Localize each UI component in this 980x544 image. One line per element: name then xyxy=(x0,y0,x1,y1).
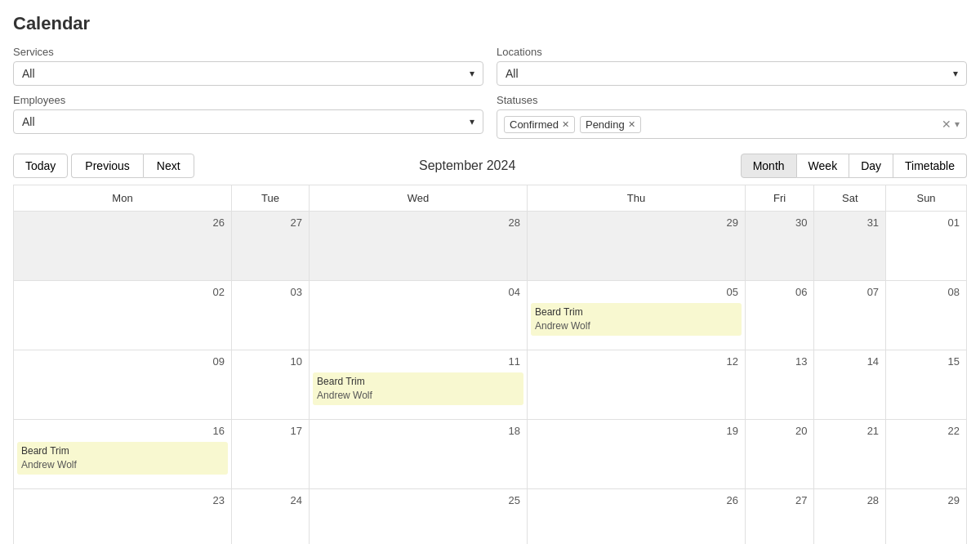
view-day-button[interactable]: Day xyxy=(849,154,893,178)
services-select[interactable]: All ▾ xyxy=(13,61,483,86)
calendar-cell[interactable]: 23 xyxy=(14,489,232,545)
calendar-day-header: Sun xyxy=(886,185,967,212)
tag-pending-remove[interactable]: ✕ xyxy=(628,119,635,130)
calendar-cell[interactable]: 30 xyxy=(745,212,813,281)
calendar-cell[interactable]: 21 xyxy=(814,420,886,489)
day-number: 09 xyxy=(17,354,228,371)
event-subtitle: Andrew Wolf xyxy=(535,319,737,333)
calendar-cell[interactable]: 03 xyxy=(231,281,309,350)
calendar-cell[interactable]: 24 xyxy=(231,489,309,545)
view-month-button[interactable]: Month xyxy=(741,154,797,178)
locations-label: Locations xyxy=(497,46,967,58)
calendar-title: September 2024 xyxy=(194,158,741,173)
calendar-cell[interactable]: 12 xyxy=(527,350,745,420)
calendar-cell[interactable]: 01 xyxy=(886,212,967,281)
calendar-cell[interactable]: 08 xyxy=(886,281,967,350)
calendar-day-header: Sat xyxy=(814,185,886,212)
calendar-cell[interactable]: 20 xyxy=(745,420,813,489)
day-number: 31 xyxy=(817,215,882,232)
calendar-day-header: Thu xyxy=(527,185,745,212)
calendar-cell[interactable]: 13 xyxy=(745,350,813,420)
day-number: 23 xyxy=(17,493,228,510)
day-number: 15 xyxy=(889,354,963,371)
calendar-cell[interactable]: 25 xyxy=(310,489,528,545)
calendar-cell[interactable]: 29 xyxy=(886,489,967,545)
calendar-cell[interactable]: 27 xyxy=(231,212,309,281)
locations-select[interactable]: All ▾ xyxy=(497,61,967,86)
calendar-cell[interactable]: 09 xyxy=(14,350,232,420)
page: Calendar Services All ▾ Locations All ▾ … xyxy=(0,0,980,544)
day-number: 11 xyxy=(313,354,523,371)
day-number: 03 xyxy=(235,284,305,301)
nav-buttons: Previous Next xyxy=(71,154,194,178)
calendar-cell[interactable]: 22 xyxy=(886,420,967,489)
day-number: 27 xyxy=(235,215,305,232)
tag-confirmed-remove[interactable]: ✕ xyxy=(562,119,569,130)
statuses-tags: Confirmed ✕ Pending ✕ xyxy=(504,116,937,133)
day-number: 05 xyxy=(531,284,742,301)
calendar-cell[interactable]: 18 xyxy=(310,420,528,489)
day-number: 25 xyxy=(313,493,523,510)
calendar-cell[interactable]: 31 xyxy=(814,212,886,281)
calendar-cell[interactable]: 05Beard TrimAndrew Wolf xyxy=(527,281,745,350)
day-number: 29 xyxy=(531,215,742,232)
day-number: 01 xyxy=(889,215,963,232)
calendar-cell[interactable]: 10 xyxy=(231,350,309,420)
calendar-cell[interactable]: 16Beard TrimAndrew Wolf xyxy=(14,420,232,489)
tag-pending-label: Pending xyxy=(586,118,625,131)
calendar-event[interactable]: Beard TrimAndrew Wolf xyxy=(531,303,742,336)
event-subtitle: Andrew Wolf xyxy=(21,458,224,472)
today-button[interactable]: Today xyxy=(13,154,68,178)
employees-value: All xyxy=(22,115,35,128)
calendar-cell[interactable]: 26 xyxy=(14,212,232,281)
calendar-cell[interactable]: 02 xyxy=(14,281,232,350)
day-number: 08 xyxy=(889,284,963,301)
day-number: 18 xyxy=(313,423,523,440)
page-title: Calendar xyxy=(13,13,967,34)
statuses-clear-button[interactable]: ✕ xyxy=(942,118,951,131)
calendar-cell[interactable]: 29 xyxy=(527,212,745,281)
calendar-cell[interactable]: 26 xyxy=(527,489,745,545)
day-number: 28 xyxy=(817,493,882,510)
calendar-cell[interactable]: 11Beard TrimAndrew Wolf xyxy=(310,350,528,420)
day-number: 20 xyxy=(749,423,810,440)
statuses-select[interactable]: Confirmed ✕ Pending ✕ ✕ ▾ xyxy=(497,109,967,139)
services-value: All xyxy=(22,67,35,80)
calendar-cell[interactable]: 04 xyxy=(310,281,528,350)
tag-pending: Pending ✕ xyxy=(580,116,641,133)
services-group: Services All ▾ xyxy=(13,46,483,86)
calendar-cell[interactable]: 19 xyxy=(527,420,745,489)
view-week-button[interactable]: Week xyxy=(797,154,850,178)
locations-chevron-icon: ▾ xyxy=(953,68,958,79)
calendar-day-header: Tue xyxy=(231,185,309,212)
statuses-label: Statuses xyxy=(497,94,967,106)
calendar-cell[interactable]: 28 xyxy=(310,212,528,281)
previous-button[interactable]: Previous xyxy=(71,154,142,178)
calendar-cell[interactable]: 15 xyxy=(886,350,967,420)
view-timetable-button[interactable]: Timetable xyxy=(893,154,967,178)
next-button[interactable]: Next xyxy=(143,154,194,178)
calendar-cell[interactable]: 14 xyxy=(814,350,886,420)
day-number: 16 xyxy=(17,423,228,440)
day-number: 02 xyxy=(17,284,228,301)
calendar-cell[interactable]: 27 xyxy=(745,489,813,545)
employees-chevron-icon: ▾ xyxy=(470,116,474,127)
employees-group: Employees All ▾ xyxy=(13,94,483,139)
calendar-cell[interactable]: 28 xyxy=(814,489,886,545)
calendar-day-header: Wed xyxy=(310,185,528,212)
event-subtitle: Andrew Wolf xyxy=(317,389,519,403)
day-number: 29 xyxy=(889,493,963,510)
employees-select[interactable]: All ▾ xyxy=(13,109,483,134)
calendar-cell[interactable]: 06 xyxy=(745,281,813,350)
day-number: 17 xyxy=(235,423,305,440)
calendar-cell[interactable]: 07 xyxy=(814,281,886,350)
calendar-event[interactable]: Beard TrimAndrew Wolf xyxy=(17,442,228,475)
statuses-chevron-icon: ▾ xyxy=(955,118,960,130)
bottom-filters: Employees All ▾ Statuses Confirmed ✕ Pen… xyxy=(13,94,967,139)
services-label: Services xyxy=(13,46,483,58)
day-number: 22 xyxy=(889,423,963,440)
day-number: 12 xyxy=(531,354,742,371)
locations-group: Locations All ▾ xyxy=(497,46,967,86)
calendar-event[interactable]: Beard TrimAndrew Wolf xyxy=(313,372,523,405)
calendar-cell[interactable]: 17 xyxy=(231,420,309,489)
